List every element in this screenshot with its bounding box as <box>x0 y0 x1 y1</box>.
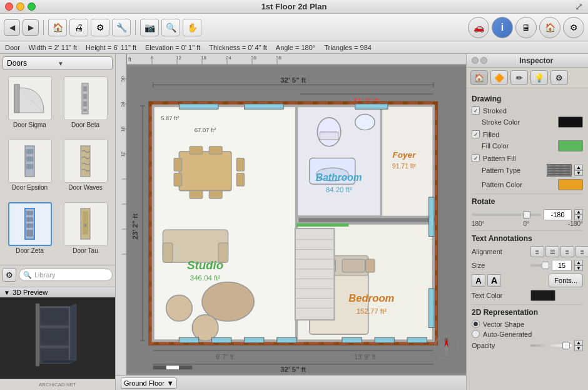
gear-button[interactable]: ⚙ <box>3 268 16 282</box>
pattern-type-stepper[interactable]: ▲ ▼ <box>574 165 583 176</box>
search-box[interactable]: 🔍 Library <box>19 269 113 281</box>
brand-text: ARCHICAD·NET <box>39 382 76 387</box>
svg-text:67.07 ft²: 67.07 ft² <box>195 127 216 133</box>
rotate-up[interactable]: ▲ <box>574 209 583 215</box>
stroke-color-swatch[interactable] <box>558 116 583 128</box>
stroke-color-label: Stroke Color <box>472 118 555 126</box>
floor-plan-icon[interactable]: 🏠 <box>539 17 560 38</box>
size-thumb[interactable] <box>542 262 549 269</box>
svg-rect-141 <box>153 366 166 369</box>
rotate-value[interactable]: -180 <box>544 209 572 220</box>
opacity-thumb[interactable] <box>562 342 570 349</box>
opacity-slider[interactable] <box>530 344 572 347</box>
rotate-slider[interactable] <box>472 213 541 216</box>
rotate-down[interactable]: ▼ <box>574 215 583 220</box>
size-slider[interactable] <box>530 264 549 267</box>
opacity-stepper[interactable]: ▲ ▼ <box>574 340 583 351</box>
door-item-epsilon[interactable]: Door Epsilon <box>4 139 56 198</box>
window-controls[interactable] <box>5 3 36 11</box>
settings-tool[interactable]: ⚙ <box>91 19 109 36</box>
info-button[interactable]: i <box>492 17 513 38</box>
floor-plan-area: ft 6 12 18 24 30 36 <box>116 54 466 390</box>
opacity-up[interactable]: ▲ <box>574 340 583 346</box>
inspector-min[interactable] <box>480 57 487 64</box>
rotate-label-left: 180° <box>472 220 485 227</box>
minimize-button[interactable] <box>16 3 24 11</box>
close-button[interactable] <box>5 3 13 11</box>
door-item-tau[interactable]: Door Tau <box>59 202 111 261</box>
camera-tool[interactable]: 📷 <box>140 19 159 36</box>
align-center[interactable]: ☰ <box>545 246 559 257</box>
text-regular-btn[interactable]: A <box>472 274 485 287</box>
align-right[interactable]: ≡ <box>560 246 574 257</box>
inspector-tab-light[interactable]: 💡 <box>530 70 548 85</box>
svg-marker-26 <box>39 360 76 363</box>
pan-tool[interactable]: ✋ <box>183 19 201 36</box>
inspector-tab-text[interactable]: ✏ <box>510 70 528 85</box>
car-icon[interactable]: 🚗 <box>468 17 489 38</box>
text-color-swatch[interactable] <box>530 290 555 301</box>
pattern-type-down[interactable]: ▼ <box>574 170 583 176</box>
rotate-label-right: -180° <box>568 220 583 227</box>
rotate-section-title: Rotate <box>472 197 583 206</box>
back-button[interactable]: ◀ <box>4 19 20 36</box>
preview-section: ▼ 3D Preview <box>0 287 115 379</box>
maximize-button[interactable] <box>28 3 36 11</box>
size-down[interactable]: ▼ <box>574 265 583 271</box>
search-placeholder: Library <box>34 271 56 279</box>
door-item-zeta[interactable]: Door Zeta <box>4 202 56 261</box>
fonts-button[interactable]: Fonts... <box>549 274 583 287</box>
preview-header[interactable]: ▼ 3D Preview <box>0 287 115 297</box>
svg-rect-111 <box>429 197 434 237</box>
main-layout: Doors ▼ Door Sigma <box>0 54 588 390</box>
monitor-icon[interactable]: 🖥 <box>515 17 537 38</box>
floor-select[interactable]: Ground Floor ▼ <box>121 377 177 389</box>
pattern-type-up[interactable]: ▲ <box>574 165 583 170</box>
vector-shape-radio[interactable] <box>472 320 480 328</box>
door-item-waves[interactable]: Door Waves <box>59 139 111 198</box>
pattern-type-button[interactable] <box>547 164 572 177</box>
brand-logo: ARCHICAD·NET <box>0 379 115 390</box>
door-item-beta[interactable]: Door Beta <box>59 76 111 135</box>
forward-button[interactable]: ▶ <box>23 19 39 36</box>
svg-text:32' 5" ft: 32' 5" ft <box>280 366 306 373</box>
pattern-color-swatch[interactable] <box>558 179 583 190</box>
svg-rect-15 <box>26 223 33 228</box>
svg-text:30: 30 <box>251 55 256 61</box>
size-up[interactable]: ▲ <box>574 260 583 265</box>
door-item-sigma[interactable]: Door Sigma <box>4 76 56 135</box>
home-tool[interactable]: 🏠 <box>48 19 67 36</box>
size-stepper[interactable]: ▲ ▼ <box>574 260 583 271</box>
resize-icon[interactable]: ⤢ <box>575 1 583 13</box>
align-left[interactable]: ≡ <box>530 246 544 257</box>
door-label-tau: Door Tau <box>73 247 98 254</box>
preview-content <box>0 297 115 379</box>
rotate-stepper[interactable]: ▲ ▼ <box>574 209 583 220</box>
svg-text:91.71 ft²: 91.71 ft² <box>392 163 417 170</box>
representation-section-title: 2D Representation <box>472 308 583 317</box>
rotate-thumb[interactable] <box>523 211 530 218</box>
text-color-label: Text Color <box>472 292 528 299</box>
fill-color-swatch[interactable] <box>558 140 583 151</box>
settings-right-icon[interactable]: ⚙ <box>563 17 584 38</box>
align-justify[interactable]: ≡ <box>575 246 588 257</box>
wrench-tool[interactable]: 🔧 <box>112 19 131 36</box>
print-tool[interactable]: 🖨 <box>69 19 88 36</box>
svg-text:346.04 ft²: 346.04 ft² <box>190 274 221 282</box>
text-bold-btn[interactable]: A <box>487 274 501 287</box>
rotate-controls: -180 ▲ ▼ <box>472 209 583 220</box>
opacity-down[interactable]: ▼ <box>574 346 583 351</box>
stroked-checkbox[interactable] <box>472 106 480 115</box>
size-value[interactable]: 15 <box>552 260 572 271</box>
fill-color-label: Fill Color <box>472 142 555 150</box>
inspector-tab-settings[interactable]: ⚙ <box>550 70 568 85</box>
auto-generated-radio[interactable] <box>472 330 480 338</box>
alignment-buttons: ≡ ☰ ≡ ≡ <box>530 246 588 257</box>
inspector-tab-shape[interactable]: 🔶 <box>490 70 508 85</box>
pattern-fill-checkbox[interactable] <box>472 154 480 162</box>
inspector-close[interactable] <box>472 57 479 64</box>
category-dropdown[interactable]: Doors ▼ <box>3 56 113 70</box>
inspector-tab-home[interactable]: 🏠 <box>470 70 488 85</box>
zoom-tool[interactable]: 🔍 <box>161 19 180 36</box>
filled-checkbox[interactable] <box>472 130 480 138</box>
